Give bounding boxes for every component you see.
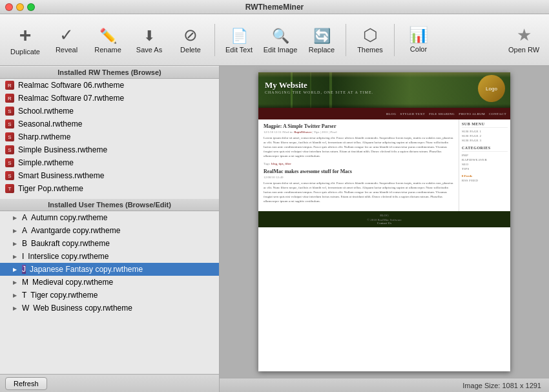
post-title: Magpie: A Simple Twitter Parser [264, 123, 453, 129]
nav-item: PHOTO ALBUM [459, 112, 485, 116]
list-item[interactable]: S Smart Business.rwtheme [0, 169, 219, 182]
theme-icon: T [22, 291, 26, 300]
list-item[interactable]: T Tiger Pop.rwtheme [0, 182, 219, 195]
post2-meta: 12/08/10 12:49 [264, 176, 453, 179]
item-label: Tiger copy.rwtheme [30, 291, 98, 300]
item-label: Interslice copy.rwtheme [28, 252, 109, 261]
item-label: Simple.rwtheme [18, 158, 74, 167]
installed-rw-list[interactable]: R Realmac Software 06.rwtheme R Realmac … [0, 79, 219, 198]
maximize-button[interactable] [27, 3, 35, 11]
expand-icon: ▶ [13, 215, 17, 221]
duplicate-icon [19, 25, 32, 45]
replace-button[interactable]: Replace [302, 18, 342, 62]
main-content-area: Magpie: A Simple Twitter Parser 12/1/10 … [258, 119, 459, 211]
list-item[interactable]: S Seasonal.rwtheme [0, 118, 219, 130]
delete-label: Delete [180, 46, 201, 54]
nav-item: CONTACT [489, 112, 506, 116]
reveal-button[interactable]: Reveal [47, 18, 87, 62]
site-title: My Website [265, 80, 504, 90]
theme-icon: S [5, 132, 14, 141]
duplicate-button[interactable]: Duplicate [5, 18, 45, 62]
color-label: Color [410, 45, 427, 53]
theme-icon: A [22, 226, 27, 235]
feeds-section: 0 Feeds RSS FEED [462, 174, 508, 182]
separator-2 [346, 24, 346, 56]
nav-item: BLOG [386, 112, 397, 116]
theme-icon: R [5, 94, 14, 103]
edittext-button[interactable]: Edit Text [219, 18, 259, 62]
post-tags: Tags: blog, tips, filter [264, 162, 453, 165]
close-button[interactable] [5, 3, 13, 11]
editimage-button[interactable]: Edit Image [260, 18, 300, 62]
categories-title: Categories [462, 146, 508, 152]
category-link: TIPS [462, 167, 508, 170]
list-item[interactable]: R Realmac Software 06.rwtheme [0, 79, 219, 92]
item-label: Sharp.rwtheme [18, 132, 70, 141]
user-list-item[interactable]: ▶ W Web Business copy.rwtheme [0, 302, 219, 315]
openrw-button[interactable]: Open RW [504, 18, 544, 62]
edittext-icon [231, 26, 248, 43]
openrw-label: Open RW [508, 46, 539, 54]
nav-item: STYLED TEXT [400, 112, 426, 116]
post-body: Lorem ipsum dolor sit amet, consectetur … [264, 136, 453, 158]
nav-items: BLOG STYLED TEXT FILE SHARING PHOTO ALBU… [386, 112, 506, 116]
list-item[interactable]: S School.rwtheme [0, 105, 219, 118]
status-bar: Image Size: 1081 x 1291 [220, 378, 549, 392]
themes-button[interactable]: Themes [350, 18, 390, 62]
user-list-item[interactable]: ▶ A Avantgarde copy.rwtheme [0, 224, 219, 237]
user-list-item[interactable]: ▶ T Tiger copy.rwtheme [0, 289, 219, 302]
sidebar-submenu-title: Sub Menu [462, 122, 508, 128]
user-list-item[interactable]: ▶ M Medieval copy.rwtheme [0, 276, 219, 289]
minimize-button[interactable] [16, 3, 24, 11]
left-panel: Installed RW Themes (Browse) R Realmac S… [0, 66, 220, 392]
refresh-button[interactable]: Refresh [5, 377, 47, 390]
delete-button[interactable]: Delete [171, 18, 211, 62]
item-label: Simple Business.rwtheme [18, 145, 107, 154]
preview-area: My Website CHANGING THE WORLD, ONE SITE … [220, 66, 549, 378]
reveal-label: Reveal [56, 46, 78, 54]
separator-3 [394, 24, 395, 56]
editimage-icon [272, 26, 289, 43]
user-list-item[interactable]: ▶ B Baukraft copy.rwtheme [0, 237, 219, 250]
category-link: RAPIDWEAVER [462, 158, 508, 161]
list-item[interactable]: S Simple Business.rwtheme [0, 143, 219, 156]
user-list-item-selected[interactable]: ▶ J Japanese Fantasy copy.rwtheme [0, 263, 219, 276]
color-button[interactable]: 📊 Color [399, 18, 439, 62]
expand-icon: ▶ [13, 267, 17, 273]
expand-icon: ▶ [13, 241, 17, 247]
themes-icon [363, 26, 378, 43]
site-header: My Website CHANGING THE WORLD, ONE SITE … [258, 72, 510, 108]
theme-icon: M [22, 278, 28, 287]
toolbar: Duplicate Reveal Rename Save As Delete E… [0, 14, 549, 66]
item-label: Web Business copy.rwtheme [33, 304, 132, 313]
theme-icon: T [5, 184, 14, 193]
item-label: School.rwtheme [18, 107, 74, 116]
themes-label: Themes [357, 46, 383, 54]
website-mockup: My Website CHANGING THE WORLD, ONE SITE … [258, 72, 510, 371]
nav-bar: BLOG STYLED TEXT FILE SHARING PHOTO ALBU… [258, 108, 510, 119]
feeds-title: 0 Feeds [462, 174, 508, 178]
theme-preview: My Website CHANGING THE WORLD, ONE SITE … [258, 72, 510, 371]
saveas-label: Save As [136, 46, 162, 54]
theme-icon: S [5, 107, 14, 116]
window-title: RWThemeMiner [245, 3, 304, 12]
rename-icon [99, 26, 117, 43]
color-icon: 📊 [409, 27, 428, 43]
user-list-item[interactable]: ▶ I Interslice copy.rwtheme [0, 250, 219, 263]
saveas-button[interactable]: Save As [129, 18, 169, 62]
expand-icon: ▶ [13, 280, 17, 285]
list-item[interactable]: S Simple.rwtheme [0, 156, 219, 169]
expand-icon: ▶ [13, 254, 17, 260]
theme-icon: S [5, 145, 14, 154]
site-subtitle: CHANGING THE WORLD, ONE SITE AT A TIME. [265, 90, 504, 94]
user-list-item[interactable]: ▶ A Autumn copy.rwtheme [0, 211, 219, 224]
item-label: Smart Business.rwtheme [18, 171, 104, 180]
theme-icon: A [22, 213, 27, 222]
rename-label: Rename [94, 46, 121, 54]
list-item[interactable]: S Sharp.rwtheme [0, 130, 219, 143]
list-item[interactable]: R Realmac Software 07.rwtheme [0, 92, 219, 105]
user-themes-list[interactable]: ▶ A Autumn copy.rwtheme ▶ A Avantgarde c… [0, 211, 219, 374]
rename-button[interactable]: Rename [88, 18, 128, 62]
sidebar-link: SUB PAGE 3 [462, 139, 508, 142]
user-section: Installed User Themes (Browse/Edit) ▶ A … [0, 198, 219, 374]
